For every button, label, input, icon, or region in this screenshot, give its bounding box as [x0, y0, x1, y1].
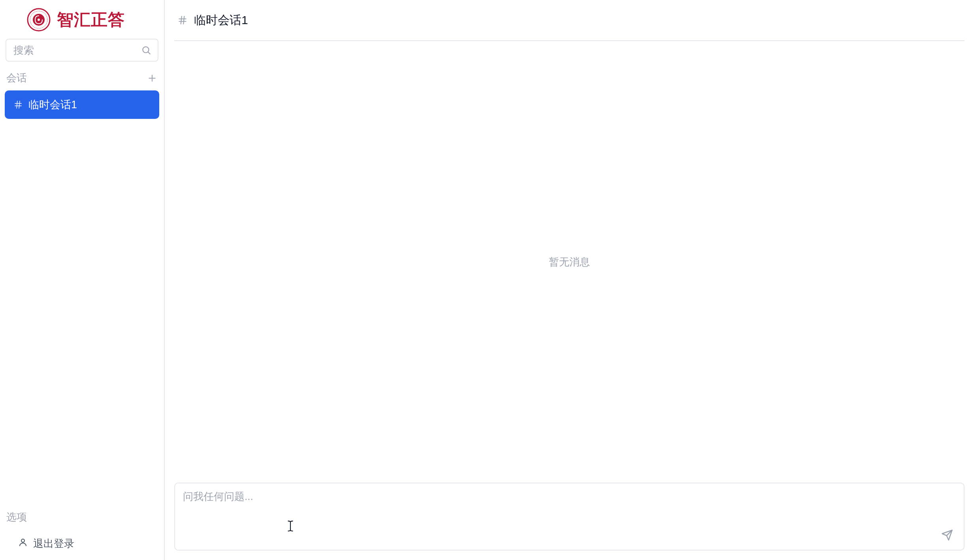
message-input[interactable] [183, 487, 956, 546]
session-item[interactable]: 临时会话1 [5, 90, 159, 119]
svg-line-10 [17, 101, 17, 108]
hash-icon [177, 15, 188, 25]
sidebar-spacer [5, 119, 159, 510]
main-area: 临时会话1 暂无消息 [165, 0, 974, 560]
conversation-header: 临时会话1 [174, 0, 965, 41]
search-wrap [6, 39, 158, 62]
empty-messages-text: 暂无消息 [549, 255, 590, 269]
send-button[interactable] [940, 528, 954, 543]
svg-line-15 [181, 16, 182, 24]
add-session-icon[interactable] [147, 73, 158, 84]
send-icon [941, 529, 953, 542]
session-list: 临时会话1 [5, 90, 159, 119]
svg-line-16 [183, 16, 184, 24]
sessions-header-label: 会话 [6, 71, 27, 85]
session-item-label: 临时会话1 [28, 98, 77, 112]
brand: 智汇正答 [5, 5, 159, 39]
svg-line-5 [148, 52, 150, 54]
brand-title: 智汇正答 [57, 9, 124, 31]
search-icon [141, 45, 151, 55]
conversation-title: 临时会话1 [194, 12, 248, 28]
messages-area: 暂无消息 [174, 41, 965, 483]
svg-point-3 [38, 19, 40, 21]
hash-icon [13, 100, 23, 109]
options-header: 选项 [5, 510, 159, 534]
brand-logo-icon [27, 8, 51, 32]
logout-button[interactable]: 退出登录 [5, 534, 159, 560]
composer [174, 483, 965, 551]
sidebar: 智汇正答 会话 [0, 0, 165, 560]
svg-line-11 [19, 101, 20, 108]
sessions-header: 会话 [5, 71, 159, 90]
logout-label: 退出登录 [33, 537, 74, 551]
svg-point-12 [21, 539, 24, 542]
user-icon [18, 537, 28, 550]
search-input[interactable] [6, 39, 158, 62]
